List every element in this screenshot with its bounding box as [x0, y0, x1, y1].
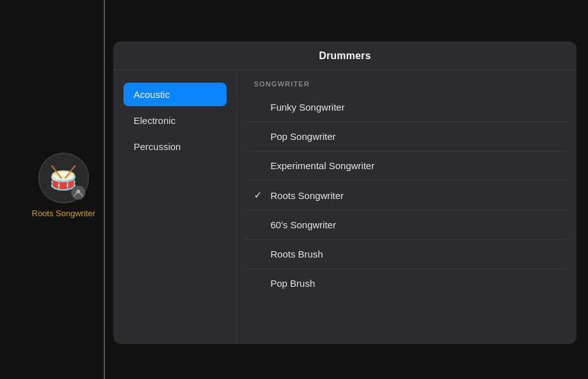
- drummer-item-experimental-songwriter[interactable]: Experimental Songwriter: [244, 151, 570, 181]
- categories-column: Acoustic Electronic Percussion: [113, 70, 237, 344]
- drummer-item-pop-songwriter[interactable]: Pop Songwriter: [244, 122, 570, 151]
- user-badge: [71, 186, 85, 200]
- panel-body: Acoustic Electronic Percussion SONGWRITE…: [113, 70, 577, 344]
- drummer-name: Funky Songwriter: [270, 102, 560, 113]
- drummer-item-funky-songwriter[interactable]: Funky Songwriter: [244, 93, 570, 122]
- checkmark-funky: [254, 102, 264, 113]
- category-item-electronic[interactable]: Electronic: [123, 109, 227, 132]
- drummer-item-roots-songwriter[interactable]: ✓ Roots Songwriter: [244, 181, 570, 210]
- drummer-name: Roots Brush: [270, 249, 560, 259]
- track-icon-area: 🥁 Roots Songwriter: [32, 153, 95, 218]
- checkmark-roots-brush: [254, 249, 264, 259]
- drummer-name: Roots Songwriter: [270, 190, 560, 201]
- drummer-name: 60's Songwriter: [270, 219, 560, 230]
- track-label: Roots Songwriter: [32, 209, 95, 218]
- drummer-name: Pop Songwriter: [270, 131, 560, 142]
- drum-icon-container: 🥁: [38, 153, 89, 203]
- drummer-name: Experimental Songwriter: [270, 160, 560, 171]
- panel-header: Drummers: [113, 41, 577, 70]
- checkmark-pop-brush: [254, 278, 264, 289]
- category-item-percussion[interactable]: Percussion: [123, 135, 227, 158]
- drummers-column: SONGWRITER Funky Songwriter Pop Songwrit…: [237, 70, 577, 344]
- checkmark-60s: [254, 219, 264, 230]
- panel-title: Drummers: [319, 50, 371, 61]
- drummer-item-roots-brush[interactable]: Roots Brush: [244, 240, 570, 269]
- checkmark-roots: ✓: [254, 190, 264, 201]
- section-label: SONGWRITER: [244, 70, 570, 93]
- drummers-panel: Drummers Acoustic Electronic Percussion …: [113, 41, 577, 344]
- timeline-line: [104, 0, 105, 379]
- drummer-item-pop-brush[interactable]: Pop Brush: [244, 269, 570, 298]
- checkmark-experimental: [254, 160, 264, 171]
- drummer-name: Pop Brush: [270, 278, 560, 289]
- checkmark-pop: [254, 131, 264, 142]
- drummer-item-60s-songwriter[interactable]: 60's Songwriter: [244, 210, 570, 240]
- category-item-acoustic[interactable]: Acoustic: [123, 83, 227, 106]
